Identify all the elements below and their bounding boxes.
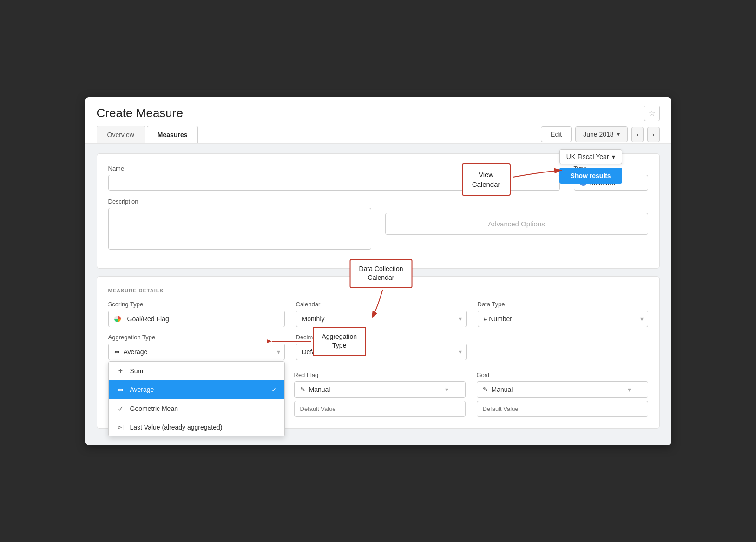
tabs-right: Edit June 2018 ‹ ›	[541, 126, 659, 142]
scoring-type-text: Goal/Red Flag	[127, 315, 169, 323]
data-type-select-wrapper: # Number	[478, 311, 648, 327]
measure-details-card: MEASURE DETAILS Scoring Type	[97, 276, 660, 429]
goal-select-wrapper: ✎ Manual	[477, 381, 648, 398]
details-right-col: Data Type # Number	[478, 301, 648, 360]
main-window: Create Measure ☆ Overview Measures Edit …	[85, 97, 671, 445]
description-group: Description	[108, 198, 371, 250]
red-flag-default-input[interactable]	[294, 401, 466, 417]
tab-measures[interactable]: Measures	[147, 126, 198, 143]
last-value-icon: ⊳|	[116, 424, 125, 430]
red-flag-chevron-icon	[445, 386, 448, 393]
view-calendar-annotation-area: View Calendar	[462, 163, 511, 196]
edit-button[interactable]: Edit	[541, 126, 572, 142]
view-calendar-callout: View Calendar	[462, 163, 511, 196]
next-month-button[interactable]: ›	[647, 127, 659, 142]
details-row: Scoring Type Goal/Red Flag	[108, 301, 648, 360]
goal-redflag-icon	[114, 316, 124, 322]
geometric-mean-label: Geometric Mean	[130, 405, 178, 412]
data-collection-callout: Data CollectionCalendar	[350, 259, 413, 288]
details-left-col: Scoring Type Goal/Red Flag	[108, 301, 285, 360]
tabs-bar: Overview Measures Edit June 2018 ‹ ›	[85, 126, 671, 144]
goal-selected[interactable]: ✎ Manual	[477, 381, 648, 398]
dropdown-item-last-value[interactable]: ⊳| Last Value (already aggregated)	[109, 418, 284, 436]
data-type-select[interactable]: # Number	[478, 311, 648, 327]
uk-fiscal-year-label: UK Fiscal Year	[566, 153, 609, 160]
data-type-label: Data Type	[478, 301, 648, 308]
red-flag-value: Manual	[309, 386, 330, 393]
date-chevron-icon	[617, 131, 620, 138]
aggregation-type-label: Aggregation Type	[108, 334, 285, 341]
red-flag-col: Red Flag ✎ Manual	[294, 371, 466, 417]
window-header: Create Measure ☆	[85, 97, 671, 121]
view-calendar-line2: Calendar	[472, 180, 500, 188]
description-label: Description	[108, 198, 371, 205]
date-label: June 2018	[583, 131, 613, 138]
aggregation-type-select-wrapper: ⇔ Average + Sum ⇔	[108, 344, 285, 360]
scoring-type-value: Goal/Red Flag	[108, 311, 285, 327]
show-results-button[interactable]: Show results	[559, 168, 622, 184]
agg-arrow	[267, 330, 314, 353]
goal-value: Manual	[492, 386, 513, 393]
sum-icon: +	[116, 367, 125, 375]
view-calendar-line1: View	[479, 171, 493, 178]
red-flag-select-wrapper: ✎ Manual	[294, 381, 466, 398]
aggregation-type-callout: AggregationType	[313, 327, 367, 356]
data-type-group: Data Type # Number	[478, 301, 648, 327]
view-calendar-arrow	[511, 168, 566, 186]
description-input[interactable]	[108, 208, 371, 250]
aggregation-type-group: AggregationType Aggregation Type	[108, 334, 285, 360]
date-selector[interactable]: June 2018	[575, 126, 627, 142]
page-title: Create Measure	[97, 106, 183, 120]
aggregation-type-value: Average	[124, 348, 148, 356]
red-flag-selected[interactable]: ✎ Manual	[294, 381, 466, 398]
scoring-type-label: Scoring Type	[108, 301, 285, 308]
goal-default-input[interactable]	[477, 401, 648, 417]
star-button[interactable]: ☆	[644, 106, 660, 121]
tabs-left: Overview Measures	[97, 126, 200, 143]
sum-label: Sum	[130, 367, 144, 375]
last-value-label: Last Value (already aggregated)	[130, 423, 223, 431]
geometric-mean-icon: ✓	[116, 404, 125, 413]
goal-chevron-icon	[628, 386, 631, 393]
top-card: UK Fiscal Year Show results View Calenda…	[97, 153, 660, 269]
goal-label: Goal	[477, 371, 648, 378]
average-check-icon: ✓	[271, 386, 277, 393]
aggregation-dropdown: + Sum ⇔ Average ✓ ✓ Geom	[108, 361, 285, 436]
prev-month-button[interactable]: ‹	[631, 127, 644, 142]
red-flag-group: Red Flag ✎ Manual	[294, 371, 466, 417]
uk-fiscal-chevron-icon	[612, 153, 615, 160]
scoring-type-group: Scoring Type Goal/Red Flag	[108, 301, 285, 327]
red-flag-label: Red Flag	[294, 371, 466, 378]
main-content: UK Fiscal Year Show results View Calenda…	[85, 144, 671, 445]
uk-fiscal-area: UK Fiscal Year Show results	[559, 149, 622, 184]
average-label: Average	[130, 386, 154, 393]
description-advanced-row: Description Advanced Options	[108, 198, 648, 250]
average-icon: ⇔	[116, 385, 125, 394]
goal-group: Goal ✎ Manual	[477, 371, 648, 417]
agg-selected-icon: ⇔	[114, 348, 120, 356]
red-flag-edit-icon: ✎	[300, 386, 305, 393]
goal-col: Goal ✎ Manual	[477, 371, 648, 417]
advanced-options-button[interactable]: Advanced Options	[385, 213, 648, 235]
dropdown-item-average[interactable]: ⇔ Average ✓	[109, 380, 284, 399]
advanced-options-group: Advanced Options	[385, 198, 648, 250]
dropdown-item-geometric-mean[interactable]: ✓ Geometric Mean	[109, 399, 284, 418]
goal-edit-icon: ✎	[483, 386, 488, 393]
aggregation-type-selected[interactable]: ⇔ Average	[108, 344, 285, 360]
data-coll-arrow	[369, 287, 397, 320]
tab-overview[interactable]: Overview	[97, 126, 145, 143]
dropdown-item-sum[interactable]: + Sum	[109, 362, 284, 380]
